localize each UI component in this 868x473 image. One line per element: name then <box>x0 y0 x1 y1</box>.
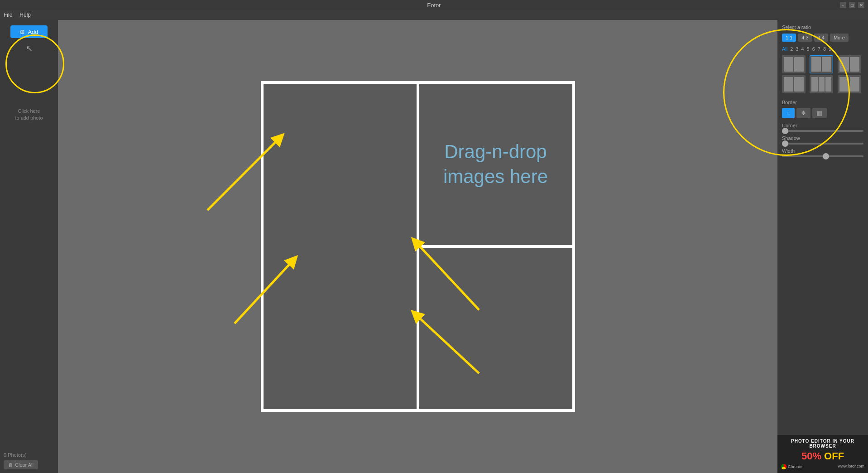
lt-col <box>839 57 849 72</box>
border-buttons: ≡ ❄ ▦ <box>782 108 863 118</box>
chrome-text: Chrome <box>788 464 802 469</box>
chrome-logo: Chrome <box>781 464 802 469</box>
border-label: Border <box>782 100 863 105</box>
drag-text: Drag-n-drop images here <box>419 140 572 189</box>
lt-col <box>794 57 804 72</box>
lt-col <box>794 77 804 92</box>
close-button[interactable]: ✕ <box>858 2 864 8</box>
collage-canvas: Drag-n-drop images here <box>261 81 575 412</box>
layout-thumb-1[interactable] <box>782 55 806 73</box>
collage-cell-top-left[interactable]: Drag-n-drop images here <box>419 84 572 245</box>
cursor-icon: ↖ <box>26 43 33 53</box>
num-8[interactable]: 8 <box>823 46 826 52</box>
minimize-button[interactable]: − <box>840 2 846 8</box>
select-ratio-label: Select a ratio <box>782 24 863 30</box>
lt-col <box>811 77 817 92</box>
num-2[interactable]: 2 <box>790 46 793 52</box>
lt-col-half <box>839 77 849 92</box>
off-text: OFF <box>824 450 844 462</box>
collage-cell-bottom-left[interactable] <box>419 248 572 409</box>
lt-col-half <box>850 77 859 92</box>
lt-col-half <box>850 57 859 72</box>
layout-thumb-6[interactable] <box>838 75 861 93</box>
corner-slider-thumb[interactable] <box>782 128 788 134</box>
layout-thumb-2[interactable] <box>810 55 833 73</box>
layout-thumb-3[interactable] <box>838 55 861 73</box>
main-layout: ⊕ Add ↖ Click here to add photo 0 Photo(… <box>0 20 868 473</box>
num-5[interactable]: 5 <box>807 46 810 52</box>
title-bar: Fotor − □ ✕ <box>0 0 868 10</box>
num-7[interactable]: 7 <box>818 46 820 52</box>
shadow-label: Shadow <box>782 135 863 141</box>
ratio-1-1[interactable]: 1:1 <box>782 34 796 42</box>
ratio-3-4[interactable]: 3:4 <box>814 34 828 42</box>
width-label: Width <box>782 148 863 154</box>
ratio-more[interactable]: More <box>830 34 849 42</box>
right-sidebar: ⊞ Templates ▤ Freestyle ⬆ Export ⊕ New S… <box>777 20 868 473</box>
corner-label: Corner <box>782 123 863 128</box>
ad-title: PHOTO EDITOR IN YOUR BROWSER <box>781 439 864 449</box>
shadow-slider-thumb[interactable] <box>782 140 788 147</box>
help-menu[interactable]: Help <box>19 12 31 18</box>
discount-text: 50% <box>801 450 824 462</box>
width-slider-track[interactable] <box>782 155 863 157</box>
chrome-circle-icon <box>781 464 786 469</box>
ad-discount: 50% OFF <box>781 450 864 462</box>
click-hint: Click here to add photo <box>15 108 43 122</box>
lt-col-right <box>822 57 831 72</box>
app-title: Fotor <box>427 2 441 9</box>
trash-icon: 🗑 <box>8 462 13 468</box>
num-3[interactable]: 3 <box>796 46 798 52</box>
window-controls[interactable]: − □ ✕ <box>840 2 864 8</box>
maximize-button[interactable]: □ <box>849 2 855 8</box>
layout-thumb-4[interactable] <box>782 75 806 93</box>
lt-col <box>784 57 793 72</box>
lt-col-half <box>784 77 793 92</box>
border-style-1[interactable]: ≡ <box>782 108 795 118</box>
photos-count: 0 Photo(s) <box>4 452 54 458</box>
ad-banner: PHOTO EDITOR IN YOUR BROWSER 50% OFF Chr… <box>777 435 868 473</box>
menu-bar: File Help <box>0 10 868 20</box>
width-slider-row: Width <box>782 148 863 157</box>
number-row: All 2 3 4 5 6 7 8 9 <box>782 46 863 52</box>
ad-footer: Chrome www.fotor.com <box>781 464 864 469</box>
num-9[interactable]: 9 <box>829 46 831 52</box>
clear-all-label: Clear All <box>15 462 34 468</box>
add-button[interactable]: ⊕ Add <box>10 25 47 38</box>
add-label: Add <box>28 29 38 35</box>
annotation-circle-left <box>5 34 64 93</box>
border-style-3[interactable]: ▦ <box>812 108 827 118</box>
plus-icon: ⊕ <box>19 28 25 35</box>
width-slider-thumb[interactable] <box>823 153 829 159</box>
corner-slider-track[interactable] <box>782 130 863 132</box>
shadow-slider-track[interactable] <box>782 143 863 145</box>
layout-thumb-5[interactable] <box>810 75 833 93</box>
left-panel-footer: 0 Photo(s) 🗑 Clear All <box>0 449 58 473</box>
site-text: www.fotor.com <box>838 464 864 469</box>
num-all[interactable]: All <box>782 46 787 52</box>
ratio-4-3[interactable]: 4:3 <box>798 34 812 42</box>
corner-slider-row: Corner <box>782 123 863 132</box>
border-style-2[interactable]: ❄ <box>796 108 810 118</box>
layout-grid <box>782 55 863 93</box>
clear-all-button[interactable]: 🗑 Clear All <box>4 460 38 469</box>
left-panel: ⊕ Add ↖ Click here to add photo 0 Photo(… <box>0 20 58 473</box>
lt-col <box>825 77 831 92</box>
shadow-slider-row: Shadow <box>782 135 863 145</box>
num-6[interactable]: 6 <box>812 46 815 52</box>
num-4[interactable]: 4 <box>801 46 804 52</box>
collage-cell-right[interactable] <box>264 84 417 409</box>
canvas-area: Drag-n-drop images here <box>58 20 777 473</box>
lt-col-half <box>811 57 821 72</box>
lt-col <box>819 77 825 92</box>
ratio-buttons: 1:1 4:3 3:4 More <box>782 34 863 42</box>
right-panel-content: Select a ratio 1:1 4:3 3:4 More All 2 3 … <box>777 20 868 435</box>
file-menu[interactable]: File <box>4 12 12 18</box>
